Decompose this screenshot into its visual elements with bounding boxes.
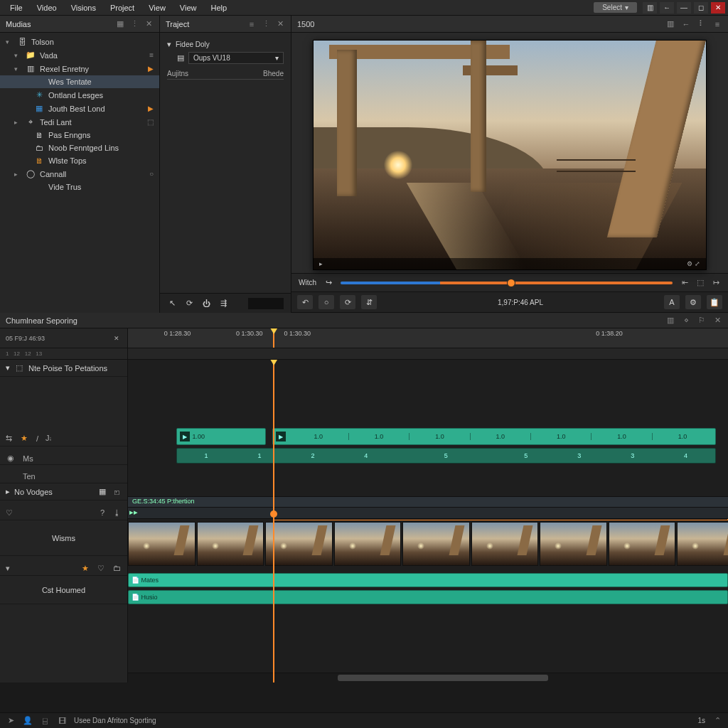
share-icon[interactable]: ⇶ (218, 299, 228, 309)
viewer-menu-icon[interactable]: ⠇ (697, 19, 707, 29)
viewer-back-icon[interactable]: ← (681, 19, 691, 29)
play-icon[interactable]: ▶ (148, 105, 154, 112)
status-user-icon[interactable]: 👤 (23, 716, 33, 726)
props-close-icon[interactable]: ✕ (275, 19, 285, 29)
loop-icon[interactable]: ⟳ (340, 295, 355, 309)
viewer-layout-icon[interactable]: ▥ (665, 19, 675, 29)
download-icon[interactable]: ⭳ (112, 508, 122, 518)
tree-item-selected[interactable]: Wes Tentate (0, 75, 159, 88)
back-icon[interactable]: ← (660, 2, 674, 14)
clip-thumb[interactable] (677, 522, 728, 566)
scrub-next-icon[interactable]: ↪ (323, 278, 333, 288)
panel-close-icon[interactable]: ✕ (144, 19, 154, 29)
play-icon[interactable]: ▶ (180, 432, 190, 441)
power-icon[interactable]: ⏻ (201, 299, 211, 309)
tl-close-icon[interactable]: ✕ (712, 316, 722, 326)
clip-selector[interactable]: Oups VU18▾ (188, 52, 284, 64)
scrub-track[interactable] (341, 282, 673, 284)
status-up-icon[interactable]: ⌃ (712, 716, 722, 726)
menu-file[interactable]: File (3, 2, 30, 14)
status-arrow-icon[interactable]: ➤ (6, 716, 16, 726)
tree-item[interactable]: 🗎Pas Enngns (0, 129, 159, 141)
clip-thumb[interactable] (402, 522, 470, 566)
panel-menu-icon[interactable]: ⋮ (129, 19, 139, 29)
min-icon[interactable]: — (677, 2, 691, 14)
close-icon[interactable]: ✕ (711, 2, 725, 14)
refresh-icon[interactable]: ⟳ (184, 299, 194, 309)
tree-item[interactable]: ▾▥Rexel Enretny▶ (0, 62, 159, 75)
section-icon[interactable]: ⬚ (14, 363, 24, 373)
tree-root[interactable]: ▾🗄 Tolson (0, 36, 159, 48)
tree-item[interactable]: ▸◯Cannall○ (0, 167, 159, 181)
play-icon[interactable]: ▶ (276, 432, 286, 441)
undo-icon[interactable]: ↶ (297, 295, 313, 309)
tl-marker-icon[interactable]: ⚐ (697, 316, 707, 326)
tree-item[interactable]: ▾📁Vada≡ (0, 48, 159, 62)
max-icon[interactable]: ◻ (694, 2, 708, 14)
media-tab[interactable]: Mudias (6, 20, 31, 28)
clip-thumb[interactable] (471, 522, 539, 566)
star-icon[interactable]: ★ (19, 434, 29, 443)
star-icon[interactable]: ★ (80, 564, 90, 573)
clipboard-icon[interactable]: 📋 (707, 295, 722, 309)
status-film-icon[interactable]: 🎞 (57, 716, 67, 726)
preview-monitor[interactable]: ▸⚙ ⤢ (313, 40, 707, 270)
tree-item[interactable]: ▸⌖Tedi Lant⬚ (0, 115, 159, 129)
record-icon[interactable]: ○ (318, 295, 334, 309)
menu-video[interactable]: Video (30, 2, 64, 14)
audio-clip[interactable]: 📄 Mates (128, 573, 728, 587)
menu-visions[interactable]: Visions (64, 2, 103, 14)
folder-icon[interactable]: 🗀 (112, 563, 122, 573)
status-db-icon[interactable]: ⌸ (40, 716, 50, 726)
scrub-knob[interactable] (507, 279, 515, 287)
menu-view2[interactable]: View (173, 2, 204, 14)
clip-thumb[interactable] (265, 522, 333, 566)
props-menu-icon[interactable]: ≡ (247, 19, 257, 29)
timeline-tracks[interactable]: OMD ▶1.00 ▶ 1.01.01.01.01.01.01.0 OMD 1 … (128, 360, 728, 682)
scrub-prev-icon[interactable]: ⇤ (680, 278, 690, 288)
grid-icon[interactable]: ▦ (97, 487, 107, 497)
clip-thumb[interactable] (197, 522, 264, 566)
viewer-tab[interactable]: 1500 (297, 20, 314, 28)
link-icon[interactable]: ⇵ (361, 295, 377, 309)
tree-item[interactable]: 🗀Noob Fenntged Lins (0, 141, 159, 154)
playhead[interactable] (273, 328, 274, 348)
menu-view[interactable]: View (141, 2, 173, 14)
tree-item[interactable]: 🗎Wlste Tops (0, 154, 159, 167)
gear-icon[interactable]: ⚙ (685, 295, 701, 309)
play-icon[interactable]: ▶ (148, 65, 154, 73)
preview-zoom-icons[interactable]: ⚙ ⤢ (687, 260, 700, 267)
tl-layout-icon[interactable]: ▥ (665, 316, 675, 326)
clip-thumb[interactable] (609, 522, 676, 566)
clip-thumb[interactable] (334, 522, 402, 566)
clip[interactable]: ▶ 1.01.01.01.01.01.01.0 (272, 428, 717, 445)
pointer-icon[interactable]: ↖ (167, 299, 177, 309)
timeline-ruler[interactable]: 0 1:28.30 0 1:30.30 0 1:30.30 0 1:38.20 (128, 328, 728, 348)
select-dropdown[interactable]: Select▾ (594, 2, 637, 13)
value-box[interactable] (248, 298, 284, 309)
tree-item[interactable]: ▦Jouth Best Lond▶ (0, 102, 159, 115)
timeline-title[interactable]: Chumlnear Seporing (6, 316, 77, 325)
tree-item[interactable]: ✳Ontland Lesges (0, 88, 159, 102)
mute-icon[interactable]: ◉ (6, 454, 16, 463)
text-icon[interactable]: A (664, 295, 680, 309)
props-more-icon[interactable]: ⋮ (261, 19, 271, 29)
layout-icon[interactable]: ▥ (643, 2, 657, 14)
clip-thumb[interactable] (128, 522, 196, 566)
menu-project[interactable]: Project (103, 2, 141, 14)
menu-help[interactable]: Help (204, 2, 235, 14)
panel-grid-icon[interactable]: ▦ (115, 19, 125, 29)
viewer-sliders-icon[interactable]: ≡ (712, 19, 722, 29)
scrub-out-icon[interactable]: ⬚ (695, 278, 705, 288)
clip[interactable]: 1 1 2 4 5 5 3 3 4 (176, 448, 717, 464)
clip-thumb[interactable] (540, 522, 607, 566)
audio-clip[interactable]: 📄 Husio (128, 590, 728, 604)
clip[interactable]: ▶1.00 (176, 428, 267, 445)
tl-left-close-icon[interactable]: ✕ (112, 333, 122, 343)
tree-item[interactable]: Vide Trus (0, 181, 159, 193)
tl-snap-icon[interactable]: ⋄ (681, 316, 691, 326)
timeline-h-scroll[interactable] (128, 673, 728, 682)
scrub-end-icon[interactable]: ↦ (711, 278, 721, 288)
lock-icon[interactable]: ⏍ (112, 487, 122, 497)
props-tab[interactable]: Traject (166, 20, 189, 28)
